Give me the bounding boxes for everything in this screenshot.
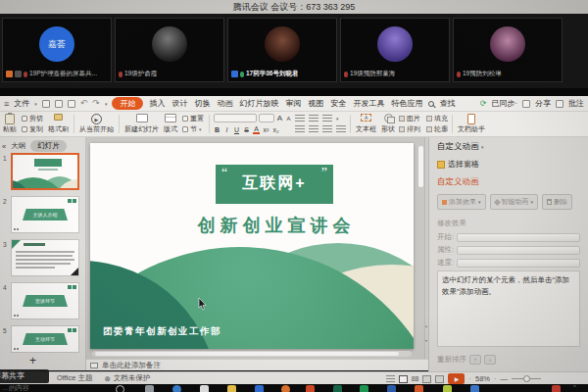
shrink-font-button[interactable]: A bbox=[285, 116, 292, 122]
speed-select[interactable] bbox=[457, 259, 580, 268]
collapse-panel-button[interactable]: « bbox=[2, 142, 6, 151]
justify-icon[interactable] bbox=[336, 125, 346, 133]
text-box-button[interactable]: 文本框 bbox=[355, 113, 377, 135]
tab-design[interactable]: 设计 bbox=[171, 98, 188, 109]
excel-icon[interactable] bbox=[360, 385, 368, 392]
indent-icon[interactable] bbox=[322, 115, 332, 122]
align-left-icon[interactable] bbox=[295, 125, 305, 133]
slide-footer[interactable]: 团委青年创新创业工作部 bbox=[103, 325, 221, 338]
zoom-slider-handle[interactable] bbox=[523, 375, 530, 382]
add-slide-button[interactable]: + bbox=[29, 355, 36, 367]
app-icon[interactable] bbox=[470, 385, 479, 392]
play-from-current-button[interactable]: ▶ 从当前开始 bbox=[78, 113, 115, 135]
notes-bar[interactable]: 单击此处添加备注 bbox=[86, 359, 428, 370]
export-icon[interactable] bbox=[68, 100, 75, 108]
picture-button[interactable]: 图片 bbox=[399, 114, 420, 123]
move-up-button[interactable]: ↑ bbox=[469, 355, 481, 365]
scrollbar-thumb[interactable] bbox=[417, 145, 424, 188]
powerpoint-icon[interactable] bbox=[306, 385, 315, 392]
copy-button[interactable]: 复制 bbox=[22, 124, 43, 134]
strikethrough-button[interactable]: S bbox=[243, 126, 250, 133]
participant-tile[interactable]: 19级护俞霞 bbox=[115, 18, 224, 82]
tab-home[interactable]: 开始 bbox=[112, 97, 143, 110]
file-explorer-icon[interactable] bbox=[227, 385, 236, 392]
tab-transition[interactable]: 切换 bbox=[193, 98, 211, 109]
screen-share-badge[interactable]: 屏幕共享 bbox=[0, 369, 49, 383]
theme-status[interactable]: Office 主题 bbox=[57, 373, 93, 383]
section-button[interactable]: 节▾ bbox=[182, 124, 204, 134]
paste-button[interactable]: 粘贴 bbox=[2, 113, 18, 135]
wechat-icon[interactable] bbox=[443, 385, 452, 392]
superscript-button[interactable]: x² bbox=[263, 126, 270, 133]
zoom-level[interactable]: 58% bbox=[475, 374, 490, 383]
smart-animation-button[interactable]: 智能动画▾ bbox=[490, 194, 539, 210]
start-select[interactable] bbox=[457, 233, 580, 242]
cut-button[interactable]: 剪切 bbox=[22, 114, 43, 123]
tray-app-icon[interactable] bbox=[552, 385, 561, 392]
notes-toggle-icon[interactable] bbox=[386, 375, 395, 383]
print-icon[interactable] bbox=[55, 100, 63, 108]
delete-effect-button[interactable]: 删除 bbox=[542, 194, 572, 210]
move-down-button[interactable]: ↓ bbox=[484, 355, 496, 365]
slide-thumbnail-4[interactable]: 宣讲环节 bbox=[11, 282, 79, 319]
horizontal-scrollbar[interactable] bbox=[92, 351, 412, 357]
slide-thumbnail-5[interactable]: 互动环节 bbox=[11, 325, 79, 353]
zoom-out-button[interactable]: — bbox=[501, 374, 509, 383]
tab-view[interactable]: 视图 bbox=[307, 98, 324, 109]
tab-devtools[interactable]: 开发工具 bbox=[352, 98, 385, 109]
tab-animation[interactable]: 动画 bbox=[216, 98, 233, 109]
zoom-slider[interactable] bbox=[512, 378, 541, 379]
bullet-list-icon[interactable] bbox=[295, 115, 305, 122]
prev-slide-icon[interactable]: ▴ bbox=[425, 323, 427, 328]
underline-button[interactable]: U bbox=[233, 126, 240, 133]
comment-button[interactable]: 批注 bbox=[568, 98, 584, 109]
layout-button[interactable]: 版式 bbox=[163, 113, 178, 135]
hamburger-icon[interactable]: ≡ bbox=[4, 99, 9, 109]
word-icon[interactable] bbox=[387, 385, 396, 392]
app-icon[interactable] bbox=[333, 385, 342, 392]
subscript-button[interactable]: x₂ bbox=[272, 126, 279, 133]
selection-pane-button[interactable]: 选择窗格 bbox=[437, 159, 588, 170]
app-icon[interactable] bbox=[255, 385, 264, 392]
grow-font-button[interactable]: A bbox=[276, 114, 283, 122]
task-view-icon[interactable] bbox=[145, 385, 154, 392]
tab-insert[interactable]: 插入 bbox=[148, 98, 166, 109]
reset-button[interactable]: 重置 bbox=[182, 114, 204, 123]
undo-icon[interactable]: ↶ bbox=[80, 99, 88, 108]
participant-tile[interactable]: 嘉荟 19P护理嘉荟的屏幕共... bbox=[2, 18, 112, 82]
file-menu[interactable]: 文件 bbox=[14, 98, 29, 109]
participant-tile[interactable]: 19预防刘松琳 bbox=[453, 18, 563, 82]
add-effect-button[interactable]: 添加效果▾ bbox=[437, 194, 486, 210]
browser-icon[interactable] bbox=[172, 385, 181, 392]
app-icon[interactable] bbox=[415, 385, 423, 392]
redo-icon[interactable]: ↷ bbox=[92, 99, 100, 108]
align-center-icon[interactable] bbox=[309, 125, 318, 133]
reading-view-icon[interactable] bbox=[422, 375, 431, 383]
next-slide-icon[interactable]: ▾ bbox=[425, 338, 427, 343]
share-button[interactable]: 分享 bbox=[535, 98, 551, 109]
participant-tile[interactable]: 19级预防邢童海 bbox=[340, 18, 450, 82]
font-color-button[interactable]: A bbox=[253, 125, 260, 134]
font-size-input[interactable] bbox=[259, 114, 274, 122]
font-family-input[interactable] bbox=[214, 114, 257, 122]
shape-button[interactable]: 形状 bbox=[380, 113, 396, 135]
tab-special[interactable]: 特色应用 bbox=[390, 98, 423, 109]
fill-button[interactable]: 填充 bbox=[426, 114, 448, 123]
bold-button[interactable]: B bbox=[214, 126, 220, 133]
participant-tile[interactable]: 17药学36号刘晓君 bbox=[227, 18, 337, 82]
doc-assistant-button[interactable]: 文档助手 bbox=[457, 113, 486, 135]
outline-button[interactable]: 轮廓 bbox=[426, 124, 448, 134]
protection-status[interactable]: ⊗文档未保护 bbox=[105, 373, 151, 383]
firefox-icon[interactable] bbox=[281, 385, 290, 392]
align-right-icon[interactable] bbox=[322, 125, 332, 133]
format-painter-button[interactable]: 格式刷 bbox=[47, 113, 70, 135]
tab-slideshow[interactable]: 幻灯片放映 bbox=[238, 98, 279, 109]
tray-expand-icon[interactable]: ^ bbox=[573, 384, 576, 390]
find-button[interactable]: 查找 bbox=[439, 98, 455, 109]
property-select[interactable] bbox=[457, 246, 580, 255]
save-icon[interactable] bbox=[42, 100, 50, 108]
vertical-scrollbar[interactable] bbox=[417, 143, 424, 349]
search-icon[interactable] bbox=[116, 385, 124, 392]
tab-security[interactable]: 安全 bbox=[329, 98, 347, 109]
tab-review[interactable]: 审阅 bbox=[284, 98, 302, 109]
